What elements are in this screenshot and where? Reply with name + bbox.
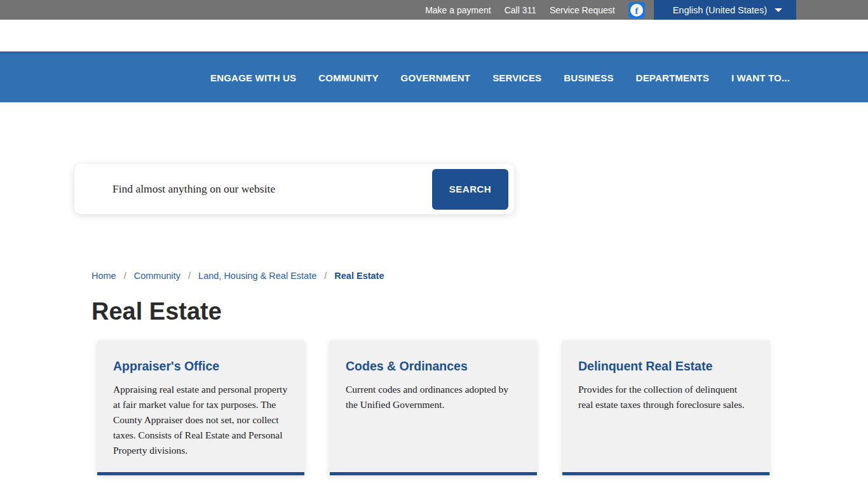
facebook-icon-glyph: f <box>635 6 638 16</box>
search-input[interactable] <box>74 164 432 214</box>
facebook-icon-circle: f <box>630 4 643 17</box>
logo-band <box>0 20 868 51</box>
card-appraisers-office[interactable]: Appraiser's Office Appraising real estat… <box>97 341 304 475</box>
language-selector-label: English (United States) <box>673 5 767 15</box>
service-request-link[interactable]: Service Request <box>550 5 615 15</box>
nav-item-business[interactable]: BUSINESS <box>564 72 613 83</box>
card-description: Appraising real estate and personal prop… <box>113 382 288 458</box>
card-description: Provides for the collection of delinquen… <box>578 382 754 412</box>
breadcrumb-link-land-housing-real-estate[interactable]: Land, Housing & Real Estate <box>198 271 316 281</box>
facebook-icon[interactable]: f <box>628 2 645 18</box>
breadcrumb-separator: / <box>324 271 327 281</box>
top-utility-bar: Make a payment Call 311 Service Request … <box>0 0 868 20</box>
make-a-payment-link[interactable]: Make a payment <box>425 5 491 15</box>
breadcrumb-link-home[interactable]: Home <box>92 271 116 281</box>
chevron-down-icon <box>775 8 782 12</box>
nav-item-government[interactable]: GOVERNMENT <box>401 72 471 83</box>
nav-item-engage-with-us[interactable]: ENGAGE WITH US <box>210 72 296 83</box>
card-title: Appraiser's Office <box>113 359 288 374</box>
breadcrumb-current: Real Estate <box>334 271 384 281</box>
card-title: Delinquent Real Estate <box>578 359 754 374</box>
page-title: Real Estate <box>92 297 868 325</box>
breadcrumb-link-community[interactable]: Community <box>134 271 180 281</box>
topic-cards: Appraiser's Office Appraising real estat… <box>97 341 868 475</box>
card-title: Codes & Ordinances <box>346 359 521 374</box>
nav-item-services[interactable]: SERVICES <box>492 72 541 83</box>
nav-item-community[interactable]: COMMUNITY <box>318 72 378 83</box>
breadcrumb-separator: / <box>124 271 126 281</box>
site-search-card: SEARCH <box>74 164 514 214</box>
call-311-link[interactable]: Call 311 <box>505 5 536 15</box>
card-delinquent-real-estate[interactable]: Delinquent Real Estate Provides for the … <box>562 341 770 475</box>
breadcrumb-separator: / <box>188 271 191 281</box>
main-content: SEARCH Home / Community / Land, Housing … <box>0 164 868 475</box>
nav-item-i-want-to[interactable]: I WANT TO... <box>731 72 790 83</box>
card-description: Current codes and ordinances adopted by … <box>346 382 521 412</box>
breadcrumb: Home / Community / Land, Housing & Real … <box>92 271 868 281</box>
main-navigation: ENGAGE WITH US COMMUNITY GOVERNMENT SERV… <box>0 51 868 102</box>
search-button[interactable]: SEARCH <box>432 169 508 210</box>
language-selector[interactable]: English (United States) <box>654 0 796 20</box>
card-codes-ordinances[interactable]: Codes & Ordinances Current codes and ord… <box>330 341 537 475</box>
nav-item-departments[interactable]: DEPARTMENTS <box>636 72 709 83</box>
